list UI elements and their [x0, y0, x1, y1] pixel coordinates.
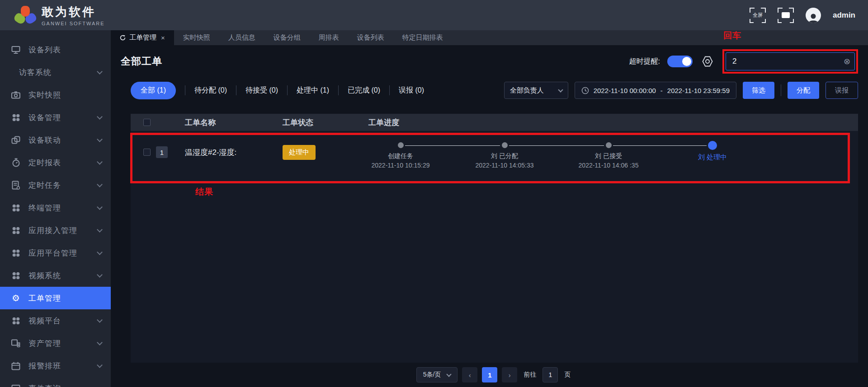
- timeline-step-created: 创建任务 2022-11-10 10:15:29: [349, 136, 453, 169]
- overtime-toggle[interactable]: [667, 56, 693, 67]
- sidebar-item-snapshot[interactable]: 实时快照: [0, 84, 111, 106]
- annotation-result-hint: 结果: [195, 186, 213, 198]
- divider: [236, 85, 236, 95]
- timeline-dot: [502, 142, 508, 148]
- timeline-step-time: 2022-11-10 10:15:29: [372, 162, 430, 169]
- timeline-step-label: 刘 已分配: [491, 152, 518, 160]
- sidebar-item-video-system[interactable]: 视频系统: [0, 264, 111, 287]
- user-avatar[interactable]: [806, 8, 821, 23]
- username[interactable]: admin: [833, 11, 855, 20]
- sidebar-item-app-access-mgmt[interactable]: 应用接入管理: [0, 219, 111, 242]
- sidebar-item-label: 访客系统: [19, 67, 98, 78]
- filter-tab-unassigned[interactable]: 待分配 (0): [192, 86, 230, 95]
- sidebar-item-work-order-mgmt[interactable]: ⚙ 工单管理: [0, 287, 111, 309]
- next-page-button[interactable]: ›: [502, 367, 517, 382]
- sidebar-item-app-platform-mgmt[interactable]: 应用平台管理: [0, 242, 111, 264]
- sidebar-item-scheduled-report[interactable]: 定时报表: [0, 151, 111, 174]
- owner-select[interactable]: 全部负责人: [504, 82, 568, 99]
- goto-label: 前往: [524, 371, 536, 379]
- grid-icon: [11, 225, 21, 235]
- sidebar-item-label: 工单管理: [28, 293, 102, 303]
- divider: [781, 84, 781, 96]
- timeline-step-time: 2022-11-10 14:05:33: [476, 162, 534, 169]
- gear-icon: ⚙: [11, 293, 21, 303]
- sidebar-item-event-query[interactable]: 事件查询: [0, 377, 111, 387]
- status-badge: 处理中: [283, 145, 316, 160]
- task-icon: [11, 180, 21, 190]
- sidebar-item-label: 报警排班: [28, 361, 98, 371]
- timer-icon: [11, 158, 21, 168]
- sidebar-item-scheduled-task[interactable]: 定时任务: [0, 174, 111, 196]
- search-input-wrap: ⊗: [726, 52, 855, 70]
- grid-icon: [11, 270, 21, 280]
- goto-page-input[interactable]: [542, 367, 558, 382]
- tab-work-order-mgmt[interactable]: 工单管理 ×: [111, 30, 174, 45]
- settings-hexagon-icon[interactable]: [702, 56, 713, 67]
- logo-title: 敢为软件: [42, 4, 105, 20]
- page-size-value: 5条/页: [423, 371, 441, 379]
- grid-icon: [11, 203, 21, 213]
- monitor-icon: [11, 45, 21, 55]
- tab-label: 周排表: [319, 33, 339, 42]
- assign-button[interactable]: 分配: [788, 82, 819, 99]
- filter-tab-processing[interactable]: 处理中 (1): [294, 86, 332, 95]
- sidebar-item-label: 应用接入管理: [28, 225, 98, 236]
- chevron-down-icon: [97, 227, 103, 233]
- link-icon: [11, 135, 21, 145]
- filter-tab-all[interactable]: 全部 (1): [131, 82, 176, 99]
- column-header-status: 工单状态: [280, 117, 343, 128]
- sidebar-item-label: 设备联动: [28, 135, 98, 145]
- divider: [287, 85, 288, 95]
- tab-device-group[interactable]: 设备分组: [264, 30, 310, 45]
- sidebar-item-device-linkage[interactable]: 设备联动: [0, 129, 111, 151]
- toolbar-right: 全部负责人 2022-11-10 00:00:00 - 2022-11-10 2…: [504, 82, 858, 99]
- main-content: 全部工单 超时提醒: ⊗: [111, 45, 868, 387]
- fullscreen-icon[interactable]: 全屏: [750, 8, 766, 23]
- close-icon[interactable]: ×: [161, 34, 165, 42]
- timeline-step-label: 刘 处理中: [698, 153, 727, 162]
- page-button-1[interactable]: 1: [482, 367, 497, 382]
- pagination: 5条/页 ‹ 1 › 前往 页: [131, 363, 858, 387]
- chevron-down-icon: [97, 385, 103, 387]
- sidebar-item-label: 设备列表: [28, 45, 102, 55]
- prev-page-button[interactable]: ‹: [462, 367, 477, 382]
- chevron-down-icon: [97, 136, 103, 142]
- divider: [185, 85, 185, 95]
- filter-tab-completed[interactable]: 已完成 (0): [345, 86, 383, 95]
- select-all-checkbox[interactable]: [143, 119, 151, 126]
- false-alarm-button[interactable]: 误报: [826, 82, 858, 99]
- chevron-down-icon: [97, 317, 103, 323]
- sidebar-item-label: 设备管理: [28, 112, 98, 123]
- page-title: 全部工单: [121, 55, 162, 68]
- chevron-down-icon: [97, 340, 103, 345]
- sidebar-item-visitor-system[interactable]: 访客系统: [0, 61, 111, 84]
- sidebar: 设备列表 访客系统 实时快照 设备管理: [0, 30, 111, 387]
- sidebar-item-terminal-mgmt[interactable]: 终端管理: [0, 196, 111, 219]
- filter-tab-false-alarm[interactable]: 误报 (0): [396, 86, 427, 95]
- sidebar-item-device-list[interactable]: 设备列表: [0, 38, 111, 61]
- date-range-picker[interactable]: 2022-11-10 00:00:00 - 2022-11-10 23:59:5…: [575, 82, 736, 99]
- sidebar-item-device-mgmt[interactable]: 设备管理: [0, 106, 111, 129]
- tab-personnel-info[interactable]: 人员信息: [219, 30, 264, 45]
- row-checkbox[interactable]: [143, 149, 151, 156]
- refresh-icon[interactable]: [120, 35, 126, 41]
- app-root: 敢为软件 GANWEI SOFTWARE 全屏 admin: [0, 0, 868, 387]
- clear-icon[interactable]: ⊗: [844, 57, 850, 66]
- camera-icon: [11, 90, 21, 100]
- timeline-dot: [606, 142, 612, 148]
- filter-button[interactable]: 筛选: [743, 82, 774, 99]
- tab-special-date-schedule[interactable]: 特定日期排表: [393, 30, 452, 45]
- sidebar-item-video-platform[interactable]: 视频平台: [0, 309, 111, 332]
- page-size-select[interactable]: 5条/页: [416, 367, 458, 382]
- tab-device-list[interactable]: 设备列表: [348, 30, 393, 45]
- sidebar-item-alarm-schedule[interactable]: 报警排班: [0, 354, 111, 377]
- sidebar-item-asset-mgmt[interactable]: 资产管理: [0, 332, 111, 354]
- filter-tab-pending-accept[interactable]: 待接受 (0): [243, 86, 281, 95]
- sidebar-item-label: 实时快照: [28, 90, 102, 100]
- table-row[interactable]: 1 温湿度#2-湿度: 处理中 创建任务 2022-11-10 10:15:29: [131, 135, 858, 169]
- screenshot-icon[interactable]: [778, 8, 794, 23]
- grid-icon: [11, 248, 21, 258]
- search-input[interactable]: [726, 52, 855, 70]
- tab-snapshot[interactable]: 实时快照: [174, 30, 219, 45]
- tab-week-schedule[interactable]: 周排表: [310, 30, 348, 45]
